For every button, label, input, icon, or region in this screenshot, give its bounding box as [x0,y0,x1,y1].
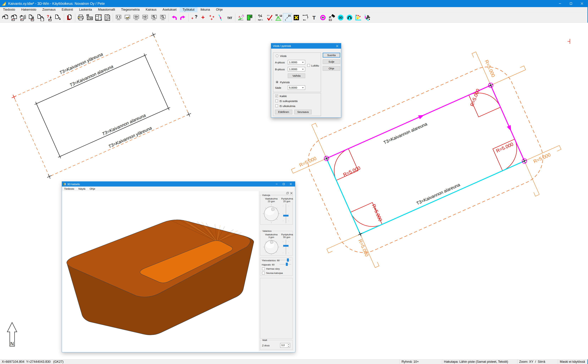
menu-item-asetukset[interactable]: Asetukset [160,7,180,12]
status-hakutapa[interactable]: Hakutapa: Lähin piste (Samat pisteet, Te… [442,360,517,364]
magenta-line-selected[interactable] [326,85,524,234]
tool-copy-files-icon[interactable] [65,13,74,22]
a-pituus-combo[interactable]: 1.0000 [288,60,305,65]
yleisvalaistus-slider[interactable] [279,258,291,262]
edellinen-button[interactable]: Edellinen [275,110,292,114]
menu-item-ikkuna[interactable]: Ikkuna [197,7,213,12]
viewer-close-button[interactable] [287,182,294,187]
z-arvo-spinner[interactable]: 3,0 ▲ ▼ [280,343,290,348]
menu-item-ohje[interactable]: Ohje [213,7,226,12]
ei-ulkokulmia-checkbox[interactable] [275,104,278,107]
suorita-button[interactable]: Suorita [323,53,340,58]
tool-angle-calc-icon[interactable]: ABα [236,13,245,22]
sulje-button[interactable]: Sulje [323,59,340,64]
ohje-button[interactable]: Ohje [323,66,340,71]
tool-add-points-icon[interactable]: +++ [207,13,216,22]
tool-zoom-in-icon[interactable] [149,13,158,22]
tool-undo-icon[interactable] [170,13,179,22]
tool-coord-points-icon[interactable]: xyzx. [256,13,265,22]
tool-add-text-icon[interactable]: T [310,13,318,22]
tool-delete-object-icon[interactable] [292,13,301,22]
tool-zoom-out-icon[interactable] [158,13,167,22]
z-arvo-up-icon[interactable]: ▲ [287,343,290,345]
menu-item-kairaus[interactable]: Kairaus [143,7,160,12]
tool-save-query-icon[interactable]: ? [45,13,54,22]
menu-item-laskenta[interactable]: Laskenta [76,7,95,12]
katsoja-dial-knob[interactable] [271,208,274,211]
status-zoom-mode[interactable]: Zoom: XY / Siirrä [517,360,558,364]
tool-pan-right-icon[interactable] [141,13,149,22]
dialog-titlebar[interactable]: Viistä / pyöristä [271,43,341,49]
sade-combo[interactable]: 5.0000 [288,85,305,90]
tool-triangle-numbers-icon[interactable]: 12 [274,13,283,22]
tool-open-file-icon[interactable] [1,13,10,22]
lukittu-checkbox[interactable] [307,64,310,67]
menu-item-tiegeometria[interactable]: Tiegeometria [118,7,143,12]
viewer-minimize-button[interactable] [273,182,280,187]
tool-save-file-icon[interactable] [27,13,36,22]
viewer-maximize-button[interactable] [280,182,287,187]
valaistus-dial-knob[interactable] [270,241,273,244]
viewer-titlebar[interactable]: 3D katselu [62,182,295,187]
valaistus-dial[interactable] [262,240,280,255]
tool-zoom-extents-icon[interactable] [114,13,123,22]
tool-area-m2-icon[interactable]: m² [245,13,254,22]
status-ryhma[interactable]: Ryhmä: 10+ [400,360,442,364]
tool-add-point-icon[interactable]: + [199,13,207,22]
tool-zoom-previous-icon[interactable] [123,13,132,22]
b-pituus-combo[interactable]: 1.0000 [288,67,305,71]
tool-scale-1-50-icon[interactable]: 1:50 [85,13,94,22]
katsoja-slider-handle[interactable] [283,215,289,216]
viewer-3d-view[interactable] [62,191,259,351]
right-label-top[interactable]: T3=Kaivannon alareuna [383,121,428,145]
menu-item-tiedosto[interactable]: Tiedosto [0,7,18,12]
tool-redo-icon[interactable] [179,13,187,22]
tool-print-icon[interactable] [76,13,85,22]
tool-view-3d-icon[interactable]: 3D [336,13,345,22]
pyorista-radio[interactable] [276,81,278,83]
kaikki-checkbox[interactable]: ✓ [275,95,278,97]
menu-item-maastomalli[interactable]: Maastomalli [95,7,118,12]
dialog-close-button[interactable] [333,43,341,49]
menu-item-hakemisto[interactable]: Hakemisto [18,7,39,12]
viewer-menu-nayta[interactable]: Näytä [76,187,87,191]
seuraa-katsojaa-checkbox[interactable] [262,272,265,274]
tool-hatch-page-icon[interactable] [103,13,112,22]
tool-open-file-attr-icon[interactable] [10,13,19,22]
viewer-menu-ohje[interactable]: Ohje [87,187,97,191]
hajavalo-slider[interactable] [279,263,291,266]
tool-export-file-icon[interactable] [54,13,63,22]
katsoja-pystykulma-slider[interactable] [283,204,289,223]
close-button[interactable] [576,0,588,7]
tool-rotate-3d-icon[interactable] [345,13,354,22]
tool-line-numbers-icon[interactable]: 21xx [283,13,292,22]
valaistus-slider-handle[interactable] [283,245,289,247]
maximize-button[interactable] [565,0,576,7]
tool-open-hatch-icon[interactable] [19,13,27,22]
ei-sulkupistetta-checkbox[interactable] [275,100,278,102]
vaihda-button[interactable]: Vaihda [288,73,305,78]
seuraava-button[interactable]: Seuraava [294,110,311,114]
viista-radio[interactable] [276,54,278,57]
tool-edit-line-icon[interactable]: + [216,13,225,22]
cyan-line-alareuna[interactable] [326,85,524,234]
tool-edit-text-icon[interactable]: TXT [225,13,234,22]
close-panel-icon[interactable] [290,192,293,194]
status-maski[interactable]: Maski ei käytössä [558,360,588,364]
tool-save-as-icon[interactable] [36,13,45,22]
tool-profile-view-icon[interactable] [354,13,363,22]
tool-road-line-icon[interactable] [327,13,336,22]
float-panel-icon[interactable] [286,192,289,194]
harmaa-savy-checkbox[interactable] [262,267,265,270]
tool-pan-left-icon[interactable] [132,13,141,22]
valaistus-pystykulma-slider[interactable] [283,240,289,254]
right-label-bottom[interactable]: T3=Kaivannon alareuna [415,182,461,206]
tool-tools-wrench-icon[interactable] [363,13,372,22]
tool-page-setup-icon[interactable]: 1xx [94,13,103,22]
katsoja-dial[interactable] [262,204,280,224]
z-arvo-down-icon[interactable]: ▼ [287,345,290,347]
menu-item-editointi[interactable]: Editointi [58,7,76,12]
tool-check-points-icon[interactable]: x x.x : [265,13,274,22]
tool-edit-polyline-icon[interactable] [301,13,310,22]
tool-point-info-icon[interactable]: +? [190,13,199,22]
